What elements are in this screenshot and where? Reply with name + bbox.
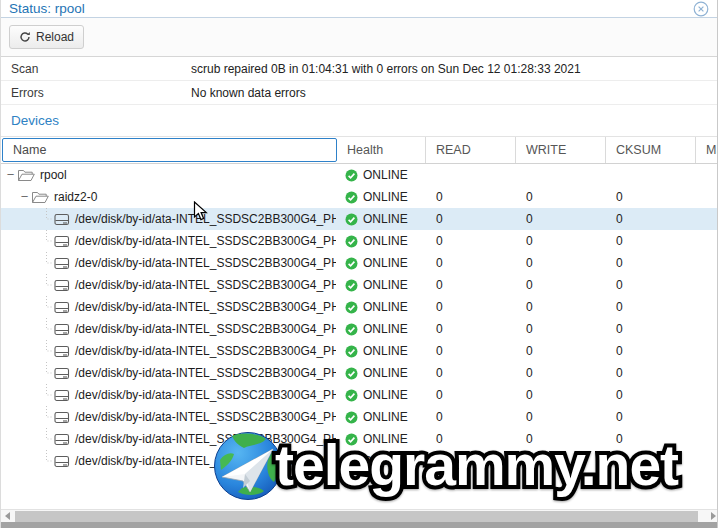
device-name: /dev/disk/by-id/ata-INTEL_SSDSC2BB300G4_… [75, 432, 336, 446]
scroll-left-arrow[interactable] [1, 510, 13, 523]
column-header-write[interactable]: WRITE [516, 137, 606, 163]
tree-row-disk[interactable]: /dev/disk/by-id/ata-INTEL_SSDSC2BB300G4_… [1, 296, 718, 318]
device-name: /dev/disk/by-id/ata-INTEL_SSDSC2BB300G4_… [75, 256, 336, 270]
column-header-read[interactable]: READ [426, 137, 516, 163]
device-name: /dev/disk/by-id/ata-INTEL_SSDSC2BB300G4_… [75, 454, 336, 468]
column-label-msg: MSG [706, 143, 718, 157]
read-cell: 0 [425, 234, 515, 248]
window-bottom-edge [1, 522, 718, 528]
tree-row-disk[interactable]: /dev/disk/by-id/ata-INTEL_SSDSC2BB300G4_… [1, 362, 718, 384]
tree-elbow-icon [41, 230, 54, 252]
disk-icon [54, 433, 70, 446]
tree-elbow-icon [41, 362, 54, 384]
device-name: /dev/disk/by-id/ata-INTEL_SSDSC2BB300G4_… [75, 234, 336, 248]
online-check-icon [345, 191, 358, 204]
online-check-icon [345, 301, 358, 314]
column-header-msg[interactable]: MSG [696, 137, 718, 163]
disk-icon [54, 213, 70, 226]
tree-node-name: /dev/disk/by-id/ata-INTEL_SSDSC2BB300G4_… [1, 208, 336, 230]
health-value: ONLINE [363, 322, 408, 336]
write-cell: 0 [515, 432, 605, 446]
tree-collapse-icon[interactable]: − [5, 170, 16, 180]
tree-row-disk[interactable]: /dev/disk/by-id/ata-INTEL_SSDSC2BB300G4_… [1, 252, 718, 274]
tree-row-pool[interactable]: −rpoolONLINE [1, 164, 718, 186]
health-value: ONLINE [363, 410, 408, 424]
health-value: ONLINE [363, 366, 408, 380]
window-title: Status: rpool [9, 1, 85, 17]
disk-icon [54, 301, 70, 314]
disk-icon [54, 411, 70, 424]
health-value: ONLINE [363, 190, 408, 204]
health-cell: ONLINE [336, 454, 425, 468]
scroll-right-arrow[interactable] [707, 510, 718, 523]
scan-row: Scan scrub repaired 0B in 01:04:31 with … [1, 57, 717, 81]
health-cell: ONLINE [336, 190, 425, 204]
read-cell: 0 [425, 190, 515, 204]
health-cell: ONLINE [336, 234, 425, 248]
tree-row-disk[interactable]: /dev/disk/by-id/ata-INTEL_SSDSC2BB300G4_… [1, 450, 718, 472]
tree-node-name: /dev/disk/by-id/ata-INTEL_SSDSC2BB300G4_… [1, 318, 336, 340]
health-cell: ONLINE [336, 366, 425, 380]
tree-row-vdev[interactable]: −raidz2-0ONLINE000 [1, 186, 718, 208]
table-header: Name Health READ WRITE CKSUM MSG [1, 136, 718, 164]
read-cell: 0 [425, 388, 515, 402]
write-cell: 0 [515, 410, 605, 424]
tree-row-disk[interactable]: /dev/disk/by-id/ata-INTEL_SSDSC2BB300G4_… [1, 406, 718, 428]
read-cell: 0 [425, 366, 515, 380]
health-value: ONLINE [363, 168, 408, 182]
tree-node-name: /dev/disk/by-id/ata-INTEL_SSDSC2BB300G4_… [1, 384, 336, 406]
tree-row-disk[interactable]: /dev/disk/by-id/ata-INTEL_SSDSC2BB300G4_… [1, 340, 718, 362]
write-cell: 0 [515, 454, 605, 468]
tree-collapse-icon[interactable]: − [19, 192, 30, 202]
cksum-cell: 0 [605, 410, 695, 424]
errors-row: Errors No known data errors [1, 81, 717, 105]
online-check-icon [345, 257, 358, 270]
online-check-icon [345, 455, 358, 468]
devices-section-title: Devices [1, 105, 717, 136]
disk-icon [54, 367, 70, 380]
health-cell: ONLINE [336, 322, 425, 336]
read-cell: 0 [425, 410, 515, 424]
errors-label: Errors [1, 86, 191, 100]
health-cell: ONLINE [336, 212, 425, 226]
tree-row-disk[interactable]: /dev/disk/by-id/ata-INTEL_SSDSC2BB300G4_… [1, 428, 718, 450]
write-cell: 0 [515, 322, 605, 336]
cksum-cell: 0 [605, 278, 695, 292]
column-header-cksum[interactable]: CKSUM [606, 137, 696, 163]
tree-row-disk[interactable]: /dev/disk/by-id/ata-INTEL_SSDSC2BB300G4_… [1, 274, 718, 296]
tree-elbow-icon [41, 384, 54, 406]
online-check-icon [345, 213, 358, 226]
tree-node-name: /dev/disk/by-id/ata-INTEL_SSDSC2BB300G4_… [1, 450, 336, 472]
write-cell: 0 [515, 256, 605, 270]
health-value: ONLINE [363, 344, 408, 358]
disk-icon [54, 323, 70, 336]
device-name: /dev/disk/by-id/ata-INTEL_SSDSC2BB300G4_… [75, 344, 336, 358]
tree-node-name: /dev/disk/by-id/ata-INTEL_SSDSC2BB300G4_… [1, 406, 336, 428]
cksum-cell: 0 [605, 366, 695, 380]
tree-node-name: /dev/disk/by-id/ata-INTEL_SSDSC2BB300G4_… [1, 274, 336, 296]
health-value: ONLINE [363, 256, 408, 270]
tree-row-disk[interactable]: /dev/disk/by-id/ata-INTEL_SSDSC2BB300G4_… [1, 318, 718, 340]
health-value: ONLINE [363, 432, 408, 446]
tree-row-disk[interactable]: /dev/disk/by-id/ata-INTEL_SSDSC2BB300G4_… [1, 230, 718, 252]
tree-row-disk[interactable]: /dev/disk/by-id/ata-INTEL_SSDSC2BB300G4_… [1, 384, 718, 406]
column-label-name: Name [13, 143, 46, 157]
scan-label: Scan [1, 62, 191, 76]
health-value: ONLINE [363, 278, 408, 292]
disk-icon [54, 389, 70, 402]
column-header-name[interactable]: Name [2, 138, 337, 162]
tree-node-name: /dev/disk/by-id/ata-INTEL_SSDSC2BB300G4_… [1, 230, 336, 252]
scrollbar-track[interactable] [13, 510, 707, 523]
health-value: ONLINE [363, 212, 408, 226]
column-label-health: Health [347, 143, 383, 157]
write-cell: 0 [515, 388, 605, 402]
column-header-health[interactable]: Health [337, 137, 426, 163]
tree-row-disk[interactable]: /dev/disk/by-id/ata-INTEL_SSDSC2BB300G4_… [1, 208, 718, 230]
online-check-icon [345, 433, 358, 446]
scrollbar-thumb[interactable] [15, 511, 698, 522]
reload-button[interactable]: Reload [9, 25, 84, 49]
disk-icon [54, 257, 70, 270]
horizontal-scrollbar[interactable] [1, 509, 718, 522]
close-icon[interactable] [693, 1, 709, 17]
device-tree-body: −rpoolONLINE−raidz2-0ONLINE000/dev/disk/… [1, 164, 718, 472]
